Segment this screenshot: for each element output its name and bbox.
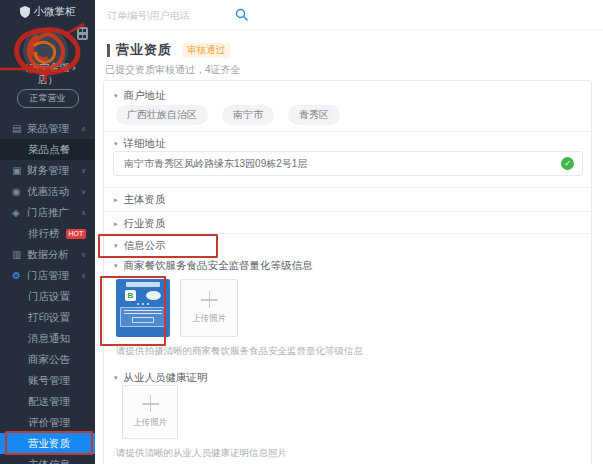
sidebar-item-label: 菜品点餐 [28, 143, 70, 157]
section-label: 商家餐饮服务食品安全监督量化等级信息 [124, 259, 313, 273]
qualification-status-text: 已提交资质审核通过，4证齐全 [105, 63, 241, 77]
search-input[interactable] [107, 6, 232, 24]
caret-down-icon: ▾ [114, 374, 118, 382]
dish-icon: ▤ [12, 123, 27, 134]
check-circle-icon: ✓ [561, 157, 574, 170]
sidebar-item-analytics[interactable]: ▥ 数据分析 ∨ [0, 244, 95, 265]
title-accent-bar [107, 44, 110, 57]
sidebar-item-ranking[interactable]: 排行榜 HOT [0, 223, 95, 244]
section-label: 从业人员健康证明 [124, 371, 208, 385]
sidebar-item-label: 账号管理 [28, 374, 70, 388]
region-tag-province[interactable]: 广西壮族自治区 [116, 105, 208, 125]
store-icon: ⚙ [12, 270, 27, 281]
hot-badge: HOT [66, 229, 87, 239]
sidebar-item-label: 评价管理 [28, 416, 70, 430]
chevron-up-icon: ∧ [81, 209, 86, 217]
sidebar-item-reviews[interactable]: 评价管理 [0, 412, 95, 433]
sidebar-item-label: 门店管理 [27, 269, 69, 283]
certificate-info-box [120, 307, 166, 327]
section-food-safety-grade[interactable]: ▾ 商家餐饮服务食品安全监督量化等级信息 [104, 257, 591, 275]
region-tags: 广西壮族自治区 南宁市 青秀区 [116, 105, 340, 125]
open-status-button[interactable]: 正常营业 [17, 89, 79, 108]
sidebar-item-label: 优惠活动 [27, 185, 69, 199]
detail-address-input[interactable] [113, 151, 583, 176]
sidebar-item-label: 商家公告 [28, 353, 70, 367]
qrcode-icon[interactable] [77, 27, 88, 40]
sidebar-item-dish-mgmt[interactable]: ▤ 菜品管理 ∧ [0, 118, 95, 139]
topbar [95, 0, 603, 30]
sidebar-item-announcements[interactable]: 商家公告 [0, 349, 95, 370]
health-cert-hint: 请提供清晰的从业人员健康证明信息照片 [116, 447, 287, 460]
certificate-header-strip [126, 282, 160, 287]
promo-icon: ◉ [12, 186, 27, 197]
upload-label: 上传照片 [192, 313, 226, 325]
detail-address-wrap: ✓ [113, 151, 583, 176]
store-name[interactable]: （南宁金湖 › 店） [0, 62, 95, 86]
section-label: 详细地址 [124, 137, 166, 151]
caret-down-icon: ▾ [114, 262, 118, 270]
sidebar-item-print-settings[interactable]: 打印设置 [0, 307, 95, 328]
divider [104, 233, 591, 234]
upload-food-safety-photo-button[interactable]: 上传照片 [180, 279, 238, 337]
section-info-disclosure[interactable]: ▾ 信息公示 [104, 237, 591, 255]
section-label: 信息公示 [124, 239, 166, 253]
sidebar-item-store-settings[interactable]: 门店设置 [0, 286, 95, 307]
sidebar-item-label: 门店设置 [28, 290, 70, 304]
sidebar-item-notifications[interactable]: 消息通知 [0, 328, 95, 349]
section-label: 主体资质 [124, 193, 166, 207]
divider [104, 211, 591, 212]
food-safety-hint: 请提供拍摄清晰的商家餐饮服务食品安全监督量化等级信息 [116, 345, 363, 358]
app-logo-text: 小微掌柜 [34, 5, 76, 19]
region-tag-city[interactable]: 南宁市 [222, 105, 274, 125]
section-industry-qualification[interactable]: ▸ 行业资质 [104, 215, 591, 233]
page-title: 营业资质 [116, 41, 172, 59]
status-badge: 审核通过 [182, 43, 230, 58]
plus-icon [142, 395, 159, 412]
certificate-dots [120, 303, 166, 305]
sidebar-item-label: 配送管理 [28, 395, 70, 409]
chevron-up-icon: ∧ [81, 272, 86, 280]
sidebar-item-dish-order[interactable]: 菜品点餐 [0, 139, 95, 160]
chevron-down-icon: ∨ [81, 167, 86, 175]
sidebar-item-accounts[interactable]: 账号管理 [0, 370, 95, 391]
food-safety-certificate-image[interactable]: B [116, 279, 170, 337]
section-subject-qualification[interactable]: ▸ 主体资质 [104, 191, 591, 209]
sidebar-item-label: 数据分析 [27, 248, 69, 262]
app-logo: 小微掌柜 [0, 0, 95, 24]
store-name-line1: （南宁金湖 › [0, 62, 95, 74]
sidebar-item-label: 菜品管理 [27, 122, 69, 136]
divider [104, 187, 591, 188]
shield-logo-icon [20, 6, 30, 18]
sidebar-item-business-qualification[interactable]: 营业资质 [0, 433, 95, 454]
smiley-seal-icon [146, 291, 161, 300]
search-icon[interactable] [235, 8, 248, 21]
region-tag-district[interactable]: 青秀区 [288, 105, 340, 125]
section-label: 行业资质 [124, 217, 166, 231]
sidebar-item-label: 主体信息 [28, 458, 70, 464]
sidebar-item-store-promo[interactable]: ◈ 门店推广 ∧ [0, 202, 95, 223]
app-window: 小微掌柜 （南宁金湖 › 店） 正常营业 ▤ 菜品管理 ∧ 菜品点餐 ▣ 财务管… [0, 0, 603, 464]
upload-health-cert-photo-button[interactable]: 上传照片 [122, 385, 178, 439]
caret-down-icon: ▾ [114, 92, 118, 100]
sidebar: 小微掌柜 （南宁金湖 › 店） 正常营业 ▤ 菜品管理 ∧ 菜品点餐 ▣ 财务管… [0, 0, 95, 464]
megaphone-icon: ◈ [12, 207, 27, 218]
caret-right-icon: ▸ [114, 220, 118, 228]
grade-b-badge: B [125, 290, 136, 301]
caret-down-icon: ▾ [114, 140, 118, 148]
sidebar-item-delivery[interactable]: 配送管理 [0, 391, 95, 412]
sidebar-item-subject-info[interactable]: 主体信息 [0, 454, 95, 464]
sidebar-item-label: 门店推广 [27, 206, 69, 220]
qualification-panel: ▾ 商户地址 广西壮族自治区 南宁市 青秀区 ▾ 详细地址 ✓ ▸ 主体资质 ▸… [103, 80, 592, 464]
caret-right-icon: ▸ [114, 196, 118, 204]
finance-icon: ▣ [12, 165, 27, 176]
sidebar-item-label: 打印设置 [28, 311, 70, 325]
sidebar-item-label: 财务管理 [27, 164, 69, 178]
section-merchant-address[interactable]: ▾ 商户地址 [104, 87, 591, 105]
sidebar-item-finance[interactable]: ▣ 财务管理 ∨ [0, 160, 95, 181]
sidebar-item-label: 排行榜 [28, 227, 60, 241]
section-label: 商户地址 [124, 89, 166, 103]
upload-label: 上传照片 [133, 417, 167, 429]
sidebar-item-promotions[interactable]: ◉ 优惠活动 ∨ [0, 181, 95, 202]
page-header: 营业资质 审核通过 [107, 41, 230, 59]
sidebar-item-store-mgmt[interactable]: ⚙ 门店管理 ∧ [0, 265, 95, 286]
